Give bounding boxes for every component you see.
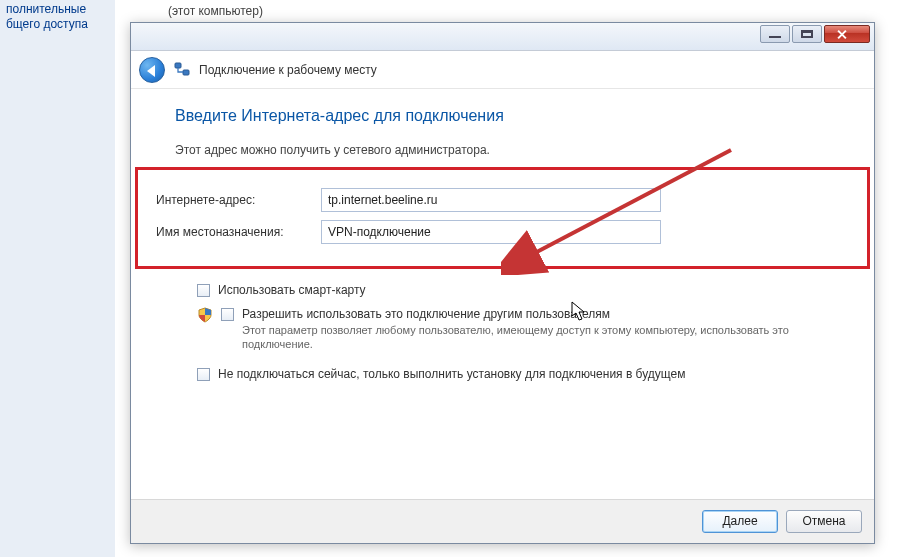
minimize-button[interactable] [760, 25, 790, 43]
highlight-box: Интернете-адрес: Имя местоназначения: [135, 167, 870, 269]
smartcard-label: Использовать смарт-карту [218, 283, 366, 297]
svg-rect-0 [175, 63, 181, 68]
bg-text-line2: бщего доступа [6, 17, 109, 32]
smartcard-checkbox[interactable] [197, 284, 210, 297]
wizard-content: Введите Интернета-адрес для подключения … [131, 89, 874, 499]
share-connection-checkbox[interactable] [221, 308, 234, 321]
page-subtext: Этот адрес можно получить у сетевого адм… [175, 143, 830, 157]
bg-text-line1: полнительные [6, 2, 109, 17]
bg-top-fragment: (этот компьютер) [168, 4, 263, 18]
close-button[interactable] [824, 25, 870, 43]
svg-rect-1 [183, 70, 189, 75]
page-heading: Введите Интернета-адрес для подключения [175, 107, 830, 125]
share-connection-label: Разрешить использовать это подключение д… [242, 307, 830, 321]
no-dial-now-label: Не подключаться сейчас, только выполнить… [218, 367, 686, 381]
window-title: Подключение к рабочему месту [199, 63, 377, 77]
uac-shield-icon [197, 307, 213, 323]
next-button[interactable]: Далее [702, 510, 778, 533]
back-button[interactable] [139, 57, 165, 83]
wizard-header: Подключение к рабочему месту [131, 51, 874, 89]
titlebar [131, 23, 874, 51]
internet-address-label: Интернете-адрес: [156, 193, 321, 207]
network-icon [173, 61, 191, 79]
cancel-button[interactable]: Отмена [786, 510, 862, 533]
maximize-button[interactable] [792, 25, 822, 43]
destination-name-input[interactable] [321, 220, 661, 244]
destination-name-label: Имя местоназначения: [156, 225, 321, 239]
wizard-footer: Далее Отмена [131, 499, 874, 543]
wizard-window: Подключение к рабочему месту Введите Инт… [130, 22, 875, 544]
share-connection-description: Этот параметр позволяет любому пользоват… [242, 323, 830, 351]
internet-address-input[interactable] [321, 188, 661, 212]
no-dial-now-checkbox[interactable] [197, 368, 210, 381]
background-sidebar-fragment: полнительные бщего доступа [0, 0, 115, 557]
